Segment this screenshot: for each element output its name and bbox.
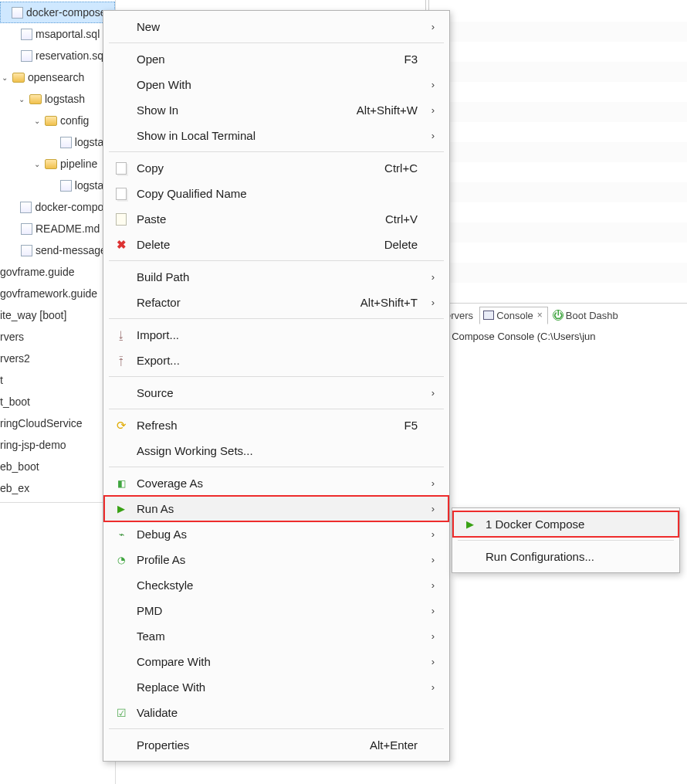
coverage-icon: ◧ xyxy=(113,476,129,491)
menu-item-pmd[interactable]: PMD› xyxy=(104,598,448,623)
tree-item[interactable]: ⌄logstash xyxy=(0,88,115,110)
tree-item[interactable]: t_boot xyxy=(0,391,115,412)
chevron-down-icon[interactable]: ⌄ xyxy=(17,94,26,104)
chevron-right-icon: › xyxy=(425,579,435,591)
tree-item[interactable]: README.md xyxy=(0,218,115,239)
menu-item-source[interactable]: Source› xyxy=(104,380,448,406)
menu-item-label: Open xyxy=(137,53,165,66)
chevron-right-icon: › xyxy=(425,681,435,693)
menu-item-label: Assign Working Sets... xyxy=(137,444,253,457)
menu-item-label: New xyxy=(137,20,160,33)
menu-item-runas[interactable]: ▶Run As› xyxy=(104,496,448,521)
menu-item-label: Open With xyxy=(137,78,191,91)
tree-item-label: opensearch xyxy=(28,71,84,83)
chevron-down-icon[interactable]: ⌄ xyxy=(32,116,42,125)
menu-item-export[interactable]: ⭱Export... xyxy=(104,348,448,373)
tree-item[interactable]: rvers xyxy=(0,326,115,348)
menu-item-showterm[interactable]: Show in Local Terminal› xyxy=(104,123,448,148)
menu-item-debugas[interactable]: ⌁Debug As› xyxy=(104,521,448,547)
menu-item-checkstyle[interactable]: Checkstyle› xyxy=(104,572,448,598)
project-explorer[interactable]: docker-compose.ymlmsaportal.sqlreservati… xyxy=(0,0,116,784)
folder-open-icon xyxy=(29,93,42,105)
tree-item-label: ite_way [boot] xyxy=(0,309,66,321)
chevron-right-icon: › xyxy=(425,477,435,489)
blank-icon xyxy=(113,443,129,459)
menu-item-new[interactable]: New› xyxy=(104,14,448,39)
menu-item-label: Debug As xyxy=(137,528,187,541)
menu-item-label: Copy xyxy=(137,161,164,175)
menu-item-team[interactable]: Team› xyxy=(104,623,448,649)
menu-item-import[interactable]: ⭳Import... xyxy=(104,322,448,348)
menu-item-copyqn[interactable]: Copy Qualified Name xyxy=(104,181,448,206)
menu-item-accelerator: Alt+Enter xyxy=(370,738,418,752)
tab-console[interactable]: Console × xyxy=(479,307,548,324)
tree-item[interactable]: govframework.guide xyxy=(0,283,115,304)
menu-item-paste[interactable]: PasteCtrl+V xyxy=(104,206,448,232)
context-menu[interactable]: New›OpenF3Open With›Show InAlt+Shift+W›S… xyxy=(103,10,450,762)
tree-item-label: eb_boot xyxy=(0,460,39,473)
submenu-item-docker-compose-run[interactable]: ▶1 Docker Compose xyxy=(453,511,679,537)
file-icon xyxy=(60,179,72,192)
tree-item[interactable]: eb_ex xyxy=(0,477,115,499)
tree-item-label: logstash xyxy=(45,93,85,105)
tree-item[interactable]: msaportal.sql xyxy=(0,23,115,45)
chevron-right-icon: › xyxy=(425,297,435,308)
menu-item-properties[interactable]: PropertiesAlt+Enter xyxy=(104,732,448,758)
menu-separator xyxy=(109,42,444,43)
menu-separator xyxy=(109,376,444,377)
blank-icon xyxy=(462,549,478,565)
tree-item[interactable]: logstash xyxy=(0,131,115,153)
close-icon[interactable]: × xyxy=(537,310,543,321)
menu-item-coverage[interactable]: ◧Coverage As› xyxy=(104,470,448,496)
menu-item-replace[interactable]: Replace With› xyxy=(104,674,448,700)
menu-item-openwith[interactable]: Open With› xyxy=(104,72,448,97)
menu-item-copy[interactable]: CopyCtrl+C xyxy=(104,155,448,181)
folder-open-icon xyxy=(45,158,57,170)
menu-item-compare[interactable]: Compare With› xyxy=(104,649,448,674)
tree-item[interactable]: docker-compose.yml xyxy=(0,2,115,23)
menu-separator xyxy=(109,151,444,152)
blank-icon xyxy=(113,654,129,670)
menu-item-aws[interactable]: Assign Working Sets... xyxy=(104,438,448,463)
tree-item[interactable]: ite_way [boot] xyxy=(0,304,115,326)
tree-item[interactable]: ⌄pipeline xyxy=(0,153,115,175)
tree-item[interactable]: logstash xyxy=(0,175,115,196)
tab-boot-dashboard[interactable]: ⏻ Boot Dashb xyxy=(550,307,623,324)
tree-item[interactable]: t xyxy=(0,369,115,391)
menu-item-accelerator: Alt+Shift+W xyxy=(357,104,418,117)
folder-open-icon xyxy=(12,71,25,83)
blank-icon xyxy=(113,738,129,753)
tree-item[interactable]: send-message xyxy=(0,239,115,261)
submenu-item-label: Run Configurations... xyxy=(486,550,594,563)
tree-item[interactable]: ⌄opensearch xyxy=(0,66,115,88)
tree-item-label: govframework.guide xyxy=(0,287,97,300)
chevron-down-icon[interactable]: ⌄ xyxy=(0,73,9,82)
tree-item[interactable]: ringCloudService xyxy=(0,412,115,434)
file-icon xyxy=(20,201,32,213)
tree-item[interactable]: ring-jsp-demo xyxy=(0,434,115,456)
menu-item-accelerator: Alt+Shift+T xyxy=(360,296,418,309)
tree-item[interactable]: rvers2 xyxy=(0,348,115,369)
submenu-item-run-configs[interactable]: Run Configurations... xyxy=(453,544,679,569)
tab-console-label: Console xyxy=(496,310,533,321)
menu-item-showin[interactable]: Show InAlt+Shift+W› xyxy=(104,97,448,123)
menu-item-validate[interactable]: ☑Validate xyxy=(104,700,448,725)
file-icon xyxy=(20,28,32,40)
tree-item[interactable]: ⌄config xyxy=(0,110,115,131)
menu-item-buildpath[interactable]: Build Path› xyxy=(104,264,448,290)
run-as-submenu[interactable]: ▶1 Docker ComposeRun Configurations... xyxy=(452,507,680,573)
tree-item[interactable]: docker-compose xyxy=(0,196,115,218)
menu-item-open[interactable]: OpenF3 xyxy=(104,46,448,72)
menu-item-accelerator: F3 xyxy=(404,53,418,66)
menu-item-refresh[interactable]: ⟳RefreshF5 xyxy=(104,412,448,438)
tree-item[interactable]: reservation.sql xyxy=(0,45,115,66)
menu-item-delete[interactable]: ✖DeleteDelete xyxy=(104,232,448,257)
menu-item-label: Team xyxy=(137,630,165,643)
tree-item[interactable]: eb_boot xyxy=(0,456,115,477)
profile-icon: ◔ xyxy=(113,552,129,568)
menu-item-refactor[interactable]: RefactorAlt+Shift+T› xyxy=(104,290,448,315)
chevron-down-icon[interactable]: ⌄ xyxy=(32,159,42,168)
blank-icon xyxy=(113,103,129,118)
tree-item[interactable]: govframe.guide xyxy=(0,261,115,283)
menu-item-profileas[interactable]: ◔Profile As› xyxy=(104,547,448,572)
